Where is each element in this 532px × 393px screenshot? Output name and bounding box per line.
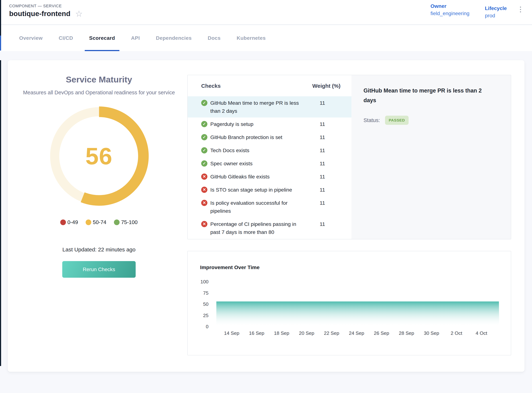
window-edge-dark-lower (0, 60, 1, 366)
maturity-score: 56 (49, 106, 149, 206)
check-passed-icon: ✓ (201, 147, 207, 153)
status-badge: PASSED (385, 116, 408, 125)
x-axis-tick: 22 Sep (324, 330, 339, 336)
tab-dependencies[interactable]: Dependencies (152, 25, 196, 51)
status-label: Status: (363, 117, 380, 123)
owner-label: Owner (431, 3, 469, 10)
check-row[interactable]: ✓Pagerduty is setup11 (188, 118, 351, 131)
check-row[interactable]: ✓GitHub Mean time to merge PR is less th… (188, 96, 351, 118)
y-axis-tick: 50 (192, 301, 209, 307)
x-axis-tick: 26 Sep (374, 330, 389, 336)
x-axis-tick: 2 Oct (451, 330, 462, 336)
x-axis-tick: 18 Sep (274, 330, 289, 336)
maturity-subtitle: Measures all DevOps and Operational read… (20, 88, 178, 97)
x-axis-tick: 30 Sep (424, 330, 439, 336)
checks-list: Checks Weight (%) ✓GitHub Mean time to m… (188, 75, 351, 239)
y-axis-tick: 25 (192, 313, 209, 318)
check-passed-icon: ✓ (201, 160, 207, 167)
check-weight: 11 (308, 133, 340, 141)
tab-ci-cd[interactable]: CI/CD (55, 25, 78, 51)
maturity-summary: Service Maturity Measures all DevOps and… (8, 60, 190, 372)
weight-column-header: Weight (%) (308, 83, 340, 89)
x-axis-tick: 16 Sep (249, 330, 264, 336)
entity-tabs: OverviewCI/CDScorecardAPIDependenciesDoc… (1, 25, 532, 51)
tab-api[interactable]: API (127, 25, 144, 51)
legend-dot (86, 220, 91, 225)
legend-dot (60, 220, 66, 225)
scorecard-card: Service Maturity Measures all DevOps and… (8, 60, 525, 372)
breadcrumb: COMPONENT — SERVICE (9, 4, 62, 8)
check-weight: 11 (308, 159, 340, 167)
chart-title: Improvement Over Time (200, 264, 260, 270)
lifecycle-label: Lifecycle (485, 5, 507, 12)
check-failed-icon: ✕ (201, 187, 207, 193)
check-label: GitHub Branch protection is set (210, 133, 308, 141)
check-failed-icon: ✕ (201, 221, 207, 227)
more-options-icon[interactable] (520, 7, 521, 12)
tab-overview[interactable]: Overview (15, 25, 47, 51)
check-label: Is STO scan stage setup in pipeline (210, 186, 308, 194)
x-axis-tick: 14 Sep (224, 330, 239, 336)
check-label: Tech Docs exists (210, 146, 308, 154)
legend-item-75-100: 75-100 (114, 219, 138, 225)
check-row[interactable]: ✕Is STO scan stage setup in pipeline11 (188, 183, 351, 196)
check-label: GitHub Gitleaks file exists (210, 173, 308, 181)
check-weight: 11 (308, 186, 340, 194)
maturity-title: Service Maturity (8, 74, 190, 84)
favorite-star-icon[interactable]: ☆ (75, 10, 83, 18)
x-axis-tick: 20 Sep (299, 330, 314, 336)
owner-value[interactable]: field_engineering (431, 10, 469, 17)
check-weight: 11 (308, 173, 340, 181)
tab-docs[interactable]: Docs (203, 25, 225, 51)
check-weight: 11 (308, 99, 340, 107)
check-row[interactable]: ✓Spec owner exists11 (188, 157, 351, 170)
improvement-chart-panel: Improvement Over Time 1007550250 14 Sep1… (187, 251, 511, 355)
check-passed-icon: ✓ (201, 100, 207, 106)
y-axis-tick: 0 (192, 324, 209, 329)
check-failed-icon: ✕ (201, 200, 207, 206)
check-passed-icon: ✓ (201, 121, 207, 127)
check-row[interactable]: ✕GitHub Gitleaks file exists11 (188, 170, 351, 183)
check-label: GitHub Mean time to merge PR is less tha… (210, 99, 308, 115)
legend-item-0-49: 0-49 (60, 219, 78, 225)
legend-label: 50-74 (93, 219, 106, 225)
tab-kubernetes[interactable]: Kubernetes (232, 25, 270, 51)
legend-label: 0-49 (67, 219, 78, 225)
check-weight: 11 (308, 120, 340, 128)
check-detail-panel: GitHub Mean time to merge PR is less tha… (351, 75, 511, 239)
check-detail-title: GitHub Mean time to merge PR is less tha… (363, 86, 491, 105)
score-legend: 0-4950-7475-100 (8, 219, 190, 225)
x-axis-tick: 4 Oct (476, 330, 487, 336)
y-axis-tick: 100 (192, 279, 209, 285)
entity-header: COMPONENT — SERVICE boutique-frontend ☆ … (1, 0, 532, 25)
checks-list-header: Checks Weight (%) (188, 83, 351, 96)
check-weight: 11 (308, 220, 340, 228)
check-label: Spec owner exists (210, 159, 308, 167)
page-title: boutique-frontend (9, 10, 70, 18)
tab-scorecard[interactable]: Scorecard (85, 25, 119, 51)
check-weight: 11 (308, 199, 340, 207)
area-chart-plot (216, 282, 499, 327)
legend-item-50-74: 50-74 (86, 219, 106, 225)
check-weight: 11 (308, 146, 340, 154)
owner-block: Owner field_engineering (431, 3, 469, 17)
x-axis-tick: 24 Sep (349, 330, 364, 336)
x-axis-tick: 28 Sep (399, 330, 414, 336)
check-failed-icon: ✕ (201, 173, 207, 180)
lifecycle-block: Lifecycle prod (485, 5, 507, 19)
check-label: Is policy evaluation successful for pipe… (210, 199, 308, 215)
area-chart-svg (216, 282, 499, 327)
check-label: Pagerduty is setup (210, 120, 308, 128)
y-axis-tick: 75 (192, 290, 209, 296)
checks-panel: Checks Weight (%) ✓GitHub Mean time to m… (187, 75, 511, 239)
checks-column-header: Checks (201, 83, 308, 89)
check-row[interactable]: ✕Percentage of CI pipelines passing in p… (188, 217, 351, 239)
lifecycle-value: prod (485, 12, 507, 19)
legend-dot (114, 220, 119, 225)
check-row[interactable]: ✕Is policy evaluation successful for pip… (188, 196, 351, 217)
last-updated-text: Last Updated: 22 minutes ago (8, 246, 190, 253)
rerun-checks-button[interactable]: Rerun Checks (62, 261, 136, 278)
check-row[interactable]: ✓GitHub Branch protection is set11 (188, 131, 351, 144)
check-row[interactable]: ✓Tech Docs exists11 (188, 144, 351, 157)
maturity-donut-chart: 56 (49, 106, 149, 206)
